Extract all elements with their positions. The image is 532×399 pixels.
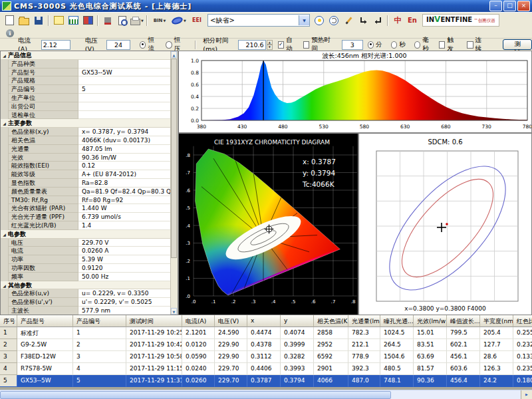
property-row[interactable]: 色品坐标(x,y)x= 0.3787, y= 0.3794 bbox=[1, 128, 171, 136]
save-button[interactable] bbox=[31, 14, 46, 27]
spin-down-icon[interactable]: ▼ bbox=[267, 45, 273, 50]
column-header[interactable]: 电压(V) bbox=[215, 315, 247, 327]
close-button[interactable]: × bbox=[517, 1, 530, 11]
property-row[interactable]: 出货公司 bbox=[1, 102, 171, 111]
panel-yellow-button[interactable] bbox=[51, 14, 66, 27]
property-value[interactable]: 1.440 W bbox=[78, 204, 171, 213]
undo-button[interactable] bbox=[356, 14, 370, 27]
column-header[interactable]: 红色比 bbox=[513, 315, 532, 327]
scroll-up-icon[interactable]: ▲ bbox=[171, 51, 177, 58]
expander-icon[interactable]: ◢ bbox=[1, 51, 8, 59]
delete-button[interactable] bbox=[100, 14, 115, 27]
property-value[interactable]: 4066K (duv= 0.00173) bbox=[78, 136, 171, 145]
test-button[interactable]: 测试 bbox=[503, 39, 532, 50]
section-header[interactable]: ◢主要参数 bbox=[1, 119, 171, 128]
constant-voltage-radio[interactable] bbox=[166, 41, 172, 49]
minutes-radio[interactable] bbox=[368, 41, 374, 49]
property-row[interactable]: 产品型号GX53--5W bbox=[1, 68, 171, 77]
property-row[interactable]: 色品坐标(u,v)u= 0.2229, v= 0.3350 bbox=[1, 289, 171, 298]
column-header[interactable]: 光效(lm/w) bbox=[414, 315, 447, 327]
property-value[interactable]: 487.05 lm bbox=[78, 145, 171, 154]
horizontal-scrollbar[interactable]: ▶ bbox=[0, 390, 532, 399]
table-row[interactable]: 1标准灯12017-11-29 10:25:112.120124.5900.44… bbox=[0, 327, 532, 339]
property-row[interactable]: 能效指数(EEI)0.12 bbox=[1, 162, 171, 170]
property-row[interactable]: 能效等级A+ (EU 874-2012) bbox=[1, 170, 171, 179]
edit-button[interactable] bbox=[341, 14, 356, 27]
table-row[interactable]: 3F38ED-12W32017-11-29 10:58:560.0590229.… bbox=[0, 351, 532, 363]
column-header[interactable]: 光通量(lm) bbox=[348, 315, 380, 327]
property-row[interactable]: 红光蓝光比(R/B)1.4 bbox=[1, 221, 171, 230]
property-row[interactable]: 光通量487.05 lm bbox=[1, 145, 171, 154]
continuous-checkbox[interactable] bbox=[467, 41, 473, 49]
lang-chinese-button[interactable]: 中 bbox=[390, 14, 405, 27]
column-header[interactable]: 瞳孔光通... bbox=[380, 315, 414, 327]
expander-icon[interactable]: ◢ bbox=[1, 119, 8, 127]
property-row[interactable]: 光合光子通量 (PPF)6.739 umol/s bbox=[1, 213, 171, 221]
property-value[interactable] bbox=[78, 60, 171, 68]
property-row[interactable]: 频率50.00 Hz bbox=[1, 273, 171, 281]
property-row[interactable]: 主波长577.9 nm bbox=[1, 307, 171, 315]
redo-button[interactable] bbox=[370, 14, 385, 27]
integration-spinner[interactable]: ▲▼ bbox=[267, 40, 273, 50]
property-row[interactable]: 相关色温4066K (duv= 0.00173) bbox=[1, 136, 171, 145]
scroll-down-icon[interactable]: ▼ bbox=[171, 308, 177, 315]
property-row[interactable]: 光效90.36 lm/W bbox=[1, 154, 171, 162]
spin-up-icon[interactable]: ▲ bbox=[267, 40, 273, 45]
print-preview-button[interactable] bbox=[115, 14, 130, 27]
property-value[interactable]: u= 0.2229, v= 0.3350 bbox=[78, 289, 171, 298]
column-header[interactable]: x bbox=[247, 315, 281, 327]
profile-combobox[interactable]: <缺省> ▼ bbox=[207, 14, 310, 27]
property-row[interactable]: 生产单位 bbox=[1, 94, 171, 102]
column-header[interactable]: 电流(A) bbox=[182, 315, 215, 327]
expander-icon[interactable]: ◢ bbox=[1, 281, 8, 289]
panel-compare-button[interactable] bbox=[80, 14, 95, 27]
property-row[interactable]: 显色指数Ra=82.8 bbox=[1, 179, 171, 188]
property-row[interactable]: 功率5.39 W bbox=[1, 255, 171, 264]
seconds-radio[interactable] bbox=[391, 41, 397, 49]
column-header[interactable]: 序号 bbox=[0, 315, 17, 327]
column-header[interactable]: 产品编号 bbox=[73, 315, 126, 327]
property-row[interactable]: 光合有效辐射 (PAR)1.440 W bbox=[1, 204, 171, 213]
property-value[interactable]: GX53--5W bbox=[78, 68, 171, 77]
column-header[interactable]: y bbox=[281, 315, 314, 327]
voltage-input[interactable] bbox=[106, 40, 130, 50]
property-value[interactable] bbox=[78, 76, 171, 85]
property-row[interactable]: 送检单位 bbox=[1, 111, 171, 120]
combo-dropdown-button[interactable]: ▼ bbox=[299, 15, 309, 25]
trigger-checkbox[interactable] bbox=[439, 41, 445, 49]
property-row[interactable]: 电流0.0260 A bbox=[1, 247, 171, 255]
restore-button[interactable]: □ bbox=[503, 1, 516, 11]
property-value[interactable]: 90.36 lm/W bbox=[78, 154, 171, 162]
table-row[interactable]: 5GX53--5W52017-11-29 11:31:530.0260229.7… bbox=[0, 375, 532, 387]
table-row[interactable]: 4R7S78-5W42017-11-29 11:15:420.0240229.7… bbox=[0, 363, 532, 375]
scroll-thumb[interactable] bbox=[171, 59, 177, 258]
property-value[interactable]: 0.12 bbox=[78, 162, 171, 170]
column-header[interactable]: 相关色温(K) bbox=[314, 315, 348, 327]
column-header[interactable]: 产品型号 bbox=[17, 315, 73, 327]
ellipse-tool-button[interactable]: ▼ bbox=[170, 14, 188, 27]
open-file-button[interactable] bbox=[17, 14, 31, 27]
property-grid-scrollbar[interactable]: ▲ ▼ bbox=[170, 51, 178, 315]
table-row[interactable]: 2G9-2.5W22017-11-29 10:42:420.0120229.90… bbox=[0, 339, 532, 351]
property-row[interactable]: 功率因数0.9120 bbox=[1, 264, 171, 273]
property-value[interactable]: 5.39 W bbox=[78, 255, 171, 264]
property-value[interactable]: 229.70 V bbox=[78, 239, 171, 247]
property-value[interactable]: x= 0.3787, y= 0.3794 bbox=[78, 128, 171, 136]
property-row[interactable]: 产品规格 bbox=[1, 76, 171, 85]
measure-cycle-button[interactable] bbox=[327, 14, 341, 27]
section-header[interactable]: ◢电参数 bbox=[1, 230, 171, 239]
bin-export-button[interactable]: BIN▼ bbox=[150, 14, 170, 27]
property-row[interactable]: 产品编号5 bbox=[1, 85, 171, 94]
property-row[interactable]: 电压229.70 V bbox=[1, 239, 171, 247]
property-value[interactable]: A+ (EU 874-2012) bbox=[78, 170, 171, 179]
current-input[interactable] bbox=[41, 40, 70, 50]
column-header[interactable]: 半宽度(nm) bbox=[480, 315, 513, 327]
panel-chart-button[interactable] bbox=[66, 14, 80, 27]
eei-button[interactable]: EEI bbox=[188, 14, 205, 27]
property-value[interactable]: 0.0260 A bbox=[78, 247, 171, 255]
column-header[interactable]: 峰值波长... bbox=[447, 315, 480, 327]
new-file-button[interactable] bbox=[2, 14, 17, 27]
property-value[interactable]: 1.4 bbox=[78, 221, 171, 230]
auto-checkbox[interactable]: ✓ bbox=[278, 41, 284, 49]
print-button[interactable]: ▼ bbox=[130, 14, 144, 27]
